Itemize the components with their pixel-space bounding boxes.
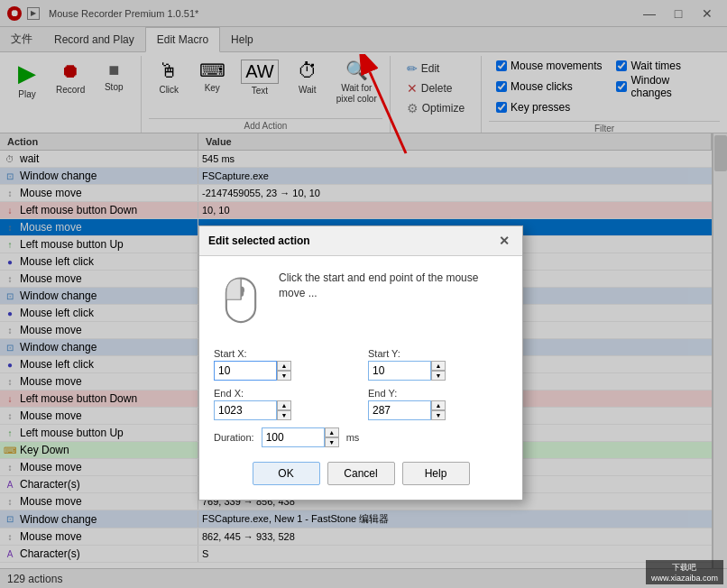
end-y-input[interactable] xyxy=(368,400,431,420)
end-x-up[interactable]: ▲ xyxy=(277,400,291,410)
ms-label: ms xyxy=(346,432,360,443)
mouse-icon xyxy=(214,271,268,334)
end-y-label: End Y: xyxy=(368,388,508,399)
modal-buttons: OK Cancel Help xyxy=(214,462,508,485)
duration-input[interactable] xyxy=(262,427,325,447)
modal-overlay: Edit selected action ✕ Click the start a… xyxy=(0,0,727,588)
end-x-label: End X: xyxy=(214,388,354,399)
start-x-input[interactable] xyxy=(214,361,277,381)
field-start-y: Start Y: ▲ ▼ xyxy=(368,348,508,381)
modal-edit-action: Edit selected action ✕ Click the start a… xyxy=(198,225,523,501)
modal-titlebar: Edit selected action ✕ xyxy=(199,226,522,256)
modal-close-button[interactable]: ✕ xyxy=(495,232,513,250)
field-end-x: End X: ▲ ▼ xyxy=(214,388,354,420)
start-y-down[interactable]: ▼ xyxy=(431,371,446,381)
end-y-down[interactable]: ▼ xyxy=(431,410,446,420)
start-y-input[interactable] xyxy=(368,361,431,381)
duration-spinner[interactable]: ▲ ▼ xyxy=(325,427,339,447)
start-x-spinner[interactable]: ▲ ▼ xyxy=(277,361,291,381)
modal-fields: Start X: ▲ ▼ Start Y: ▲ xyxy=(214,348,508,420)
modal-body: Click the start and end point of the mou… xyxy=(199,256,522,500)
modal-description: Click the start and end point of the mou… xyxy=(279,271,508,334)
field-start-x: Start X: ▲ ▼ xyxy=(214,348,354,381)
modal-title: Edit selected action xyxy=(208,234,310,247)
modal-top: Click the start and end point of the mou… xyxy=(214,271,508,334)
start-x-label: Start X: xyxy=(214,348,354,359)
help-button[interactable]: Help xyxy=(402,462,470,485)
start-y-up[interactable]: ▲ xyxy=(431,361,446,371)
field-end-y: End Y: ▲ ▼ xyxy=(368,388,508,420)
duration-up[interactable]: ▲ xyxy=(325,427,339,437)
end-x-down[interactable]: ▼ xyxy=(277,410,291,420)
start-y-label: Start Y: xyxy=(368,348,508,359)
watermark: 下载吧 www.xiazaiba.com xyxy=(646,560,723,584)
end-y-up[interactable]: ▲ xyxy=(431,400,446,410)
end-y-spinner[interactable]: ▲ ▼ xyxy=(431,400,446,420)
ok-button[interactable]: OK xyxy=(253,462,320,485)
duration-label: Duration: xyxy=(214,432,254,443)
duration-down[interactable]: ▼ xyxy=(325,437,339,447)
end-x-spinner[interactable]: ▲ ▼ xyxy=(277,400,291,420)
duration-row: Duration: ▲ ▼ ms xyxy=(214,427,508,447)
end-x-input[interactable] xyxy=(214,400,277,420)
start-x-up[interactable]: ▲ xyxy=(277,361,291,371)
start-y-spinner[interactable]: ▲ ▼ xyxy=(431,361,446,381)
cancel-button[interactable]: Cancel xyxy=(327,462,395,485)
start-x-down[interactable]: ▼ xyxy=(277,371,291,381)
